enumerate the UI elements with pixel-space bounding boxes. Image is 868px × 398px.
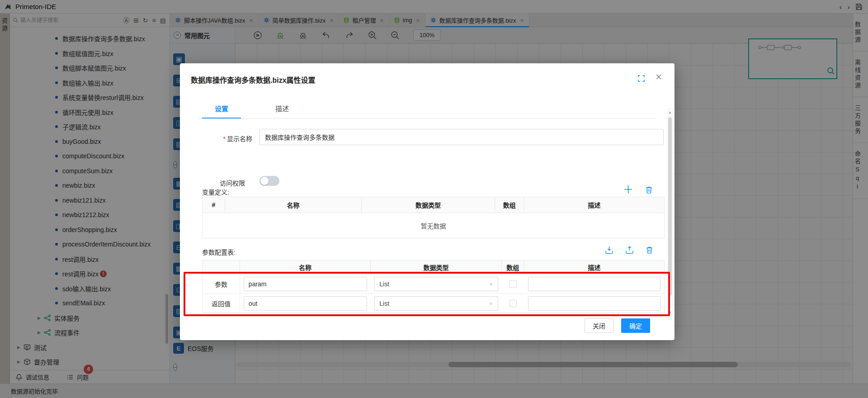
params-table-body: 参数 List ∨ 返回值: [203, 275, 664, 313]
delete-variable-icon[interactable]: [645, 186, 653, 194]
dialog-scrollbar[interactable]: ▲ ▼: [667, 109, 673, 317]
column-header: #: [203, 197, 225, 213]
chevron-down-icon: ∨: [489, 281, 493, 286]
chevron-down-icon: ∨: [489, 301, 493, 306]
param-name-input[interactable]: [244, 296, 367, 311]
close-icon[interactable]: ×: [656, 71, 662, 82]
display-name-input[interactable]: [259, 129, 664, 145]
column-header: [203, 261, 240, 274]
required-mark: *: [223, 135, 226, 142]
ok-button[interactable]: 确定: [621, 318, 650, 333]
variables-section-label: 变量定义:: [202, 187, 229, 196]
array-checkbox[interactable]: [509, 300, 517, 307]
params-table: 名称数据类型数组描述 参数 List ∨: [202, 260, 665, 313]
column-header: 名称: [225, 197, 362, 213]
scrollbar-thumb[interactable]: [668, 117, 672, 296]
dialog-tabs: 设置描述: [198, 99, 656, 118]
column-header: 数组: [495, 197, 524, 213]
app-window: Primeton-IDE ‹ › 资源 Ⓐ⊞↻≡▤: [0, 0, 868, 398]
param-type-label: 参数: [203, 275, 240, 294]
param-desc-input[interactable]: [528, 277, 660, 291]
column-header: 描述: [524, 197, 664, 213]
column-header: 数组: [502, 261, 524, 274]
delete-params-icon[interactable]: [646, 246, 653, 254]
param-type-label: 返回值: [203, 294, 240, 313]
scroll-down-icon[interactable]: ▼: [668, 311, 672, 315]
column-header: 数据类型: [371, 261, 501, 274]
datatype-value: List: [379, 280, 389, 288]
access-permission-label: 访问权限: [220, 178, 245, 187]
variables-empty-state: 暂无数据: [203, 213, 664, 238]
params-table-header: 名称数据类型数组描述: [203, 261, 664, 275]
out: 返回值 List ∨: [203, 294, 664, 313]
array-checkbox[interactable]: [509, 280, 517, 288]
variables-table-header: #名称数据类型数组描述: [203, 197, 664, 213]
dialog-tab[interactable]: 设置: [202, 99, 241, 118]
datatype-select[interactable]: List ∨: [374, 277, 498, 291]
datatype-select[interactable]: List ∨: [374, 296, 498, 311]
params-section-label: 参数配置表:: [202, 247, 236, 256]
param-desc-input[interactable]: [528, 296, 660, 311]
scroll-up-icon[interactable]: ▲: [668, 110, 672, 114]
dialog-tab[interactable]: 描述: [263, 99, 302, 118]
dialog-title: 数据库操作查询多条数据.bizx属性设置: [191, 74, 316, 85]
import-params-icon[interactable]: [605, 246, 613, 254]
close-button[interactable]: 关闭: [585, 318, 613, 333]
param-name-input[interactable]: [244, 277, 367, 291]
display-name-label: *显示名称: [180, 134, 252, 143]
column-header: 名称: [240, 261, 371, 274]
export-params-icon[interactable]: [625, 246, 634, 254]
properties-dialog: 数据库操作查询多条数据.bizx属性设置 × 设置描述 *显示名称 访问权限 变…: [180, 63, 675, 340]
param: 参数 List ∨: [203, 275, 664, 294]
fullscreen-icon[interactable]: [638, 75, 645, 84]
datatype-value: List: [379, 300, 389, 307]
access-permission-toggle[interactable]: [259, 176, 279, 186]
variables-table: #名称数据类型数组描述 暂无数据: [202, 197, 665, 238]
column-header: 描述: [524, 261, 664, 274]
column-header: 数据类型: [362, 197, 495, 213]
add-variable-icon[interactable]: ＋: [623, 185, 633, 195]
